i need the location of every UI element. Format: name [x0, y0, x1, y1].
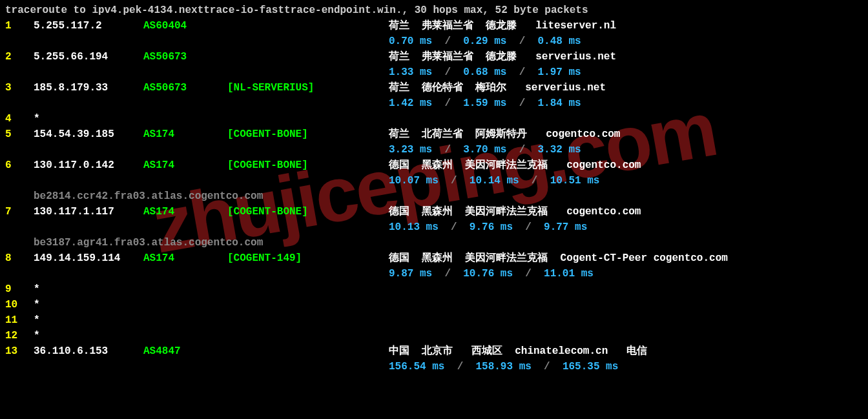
- hop-ip: 36.110.6.153: [34, 343, 143, 359]
- hop-row: 5154.54.39.185AS174[COGENT-BONE]荷兰 北荷兰省 …: [5, 127, 863, 142]
- hop-latency-row: 10.07 ms / 10.14 ms / 10.51 ms: [5, 173, 863, 189]
- hop-number: 5: [5, 127, 34, 142]
- hop-tag: [COGENT-BONE]: [227, 158, 389, 173]
- hop-asn: AS174: [143, 204, 227, 220]
- hop-rdns: be2814.ccr42.fra03.atlas.cogentco.com: [34, 189, 863, 204]
- hop-ip: *: [34, 111, 143, 127]
- hop-asn: AS174: [143, 250, 227, 266]
- hop-row: 10*: [5, 297, 863, 312]
- hop-latency-row: 1.42 ms / 1.59 ms / 1.84 ms: [5, 96, 863, 111]
- hop-location: 荷兰 弗莱福兰省 德龙滕 liteserver.nl: [389, 18, 863, 34]
- hop-latency: 3.23 ms / 3.70 ms / 3.32 ms: [389, 142, 581, 158]
- hop-location: 荷兰 德伦特省 梅珀尔 serverius.net: [389, 80, 863, 96]
- hop-latency-row: 1.33 ms / 0.68 ms / 1.97 ms: [5, 65, 863, 80]
- hop-row: 9*: [5, 281, 863, 297]
- hop-latency-row: 156.54 ms / 158.93 ms / 165.35 ms: [5, 359, 863, 374]
- hop-row: 1336.110.6.153AS4847中国 北京市 西城区 chinatele…: [5, 343, 863, 359]
- hop-location: 德国 黑森州 美因河畔法兰克福 Cogent-CT-Peer cogentco.…: [389, 250, 863, 266]
- terminal-output: traceroute to ipv4.pek-4134.nexttrace-io…: [5, 3, 863, 374]
- hop-asn: AS50673: [143, 80, 227, 96]
- hop-number: 8: [5, 250, 34, 266]
- hop-ip: 154.54.39.185: [34, 127, 143, 142]
- hop-tag: [COGENT-149]: [227, 250, 389, 266]
- hop-number: 13: [5, 343, 34, 359]
- hop-latency-row: 3.23 ms / 3.70 ms / 3.32 ms: [5, 142, 863, 158]
- hop-latency: 156.54 ms / 158.93 ms / 165.35 ms: [389, 359, 618, 374]
- hop-latency-row: 9.87 ms / 10.76 ms / 11.01 ms: [5, 266, 863, 281]
- hop-asn: AS174: [143, 127, 227, 142]
- hop-latency: 1.33 ms / 0.68 ms / 1.97 ms: [389, 65, 581, 80]
- hop-asn: AS50673: [143, 49, 227, 65]
- hop-latency: 1.42 ms / 1.59 ms / 1.84 ms: [389, 96, 581, 111]
- hop-asn: AS174: [143, 158, 227, 173]
- hop-ip: 185.8.179.33: [34, 80, 143, 96]
- hop-ip: *: [34, 297, 143, 312]
- hop-location: 荷兰 北荷兰省 阿姆斯特丹 cogentco.com: [389, 127, 863, 142]
- hop-row: 12*: [5, 328, 863, 343]
- hop-ip: *: [34, 281, 143, 297]
- hop-tag: [NL-SERVERIUS]: [227, 80, 389, 96]
- hop-number: 7: [5, 204, 34, 220]
- hop-tag: [COGENT-BONE]: [227, 127, 389, 142]
- hop-latency: 0.70 ms / 0.29 ms / 0.48 ms: [389, 34, 581, 49]
- hop-row: 11*: [5, 312, 863, 328]
- hop-latency-row: 0.70 ms / 0.29 ms / 0.48 ms: [5, 34, 863, 49]
- hop-row: 15.255.117.2AS60404荷兰 弗莱福兰省 德龙滕 liteserv…: [5, 18, 863, 34]
- hop-number: 11: [5, 312, 34, 328]
- hop-location: 中国 北京市 西城区 chinatelecom.cn 电信: [389, 343, 863, 359]
- hop-ip: 149.14.159.114: [34, 250, 143, 266]
- hop-number: 2: [5, 49, 34, 65]
- hop-location: 德国 黑森州 美因河畔法兰克福 cogentco.com: [389, 204, 863, 220]
- hop-number: 9: [5, 281, 34, 297]
- hop-asn: AS60404: [143, 18, 227, 34]
- hop-location: 荷兰 弗莱福兰省 德龙滕 serverius.net: [389, 49, 863, 65]
- hop-row: 8149.14.159.114AS174[COGENT-149]德国 黑森州 美…: [5, 250, 863, 266]
- hop-number: 1: [5, 18, 34, 34]
- hop-row: 6130.117.0.142AS174[COGENT-BONE]德国 黑森州 美…: [5, 158, 863, 173]
- hop-latency: 10.13 ms / 9.76 ms / 9.77 ms: [389, 220, 587, 235]
- hop-ip: 5.255.117.2: [34, 18, 143, 34]
- hop-row: 4*: [5, 111, 863, 127]
- hop-tag: [COGENT-BONE]: [227, 204, 389, 220]
- hop-row: 3185.8.179.33AS50673[NL-SERVERIUS]荷兰 德伦特…: [5, 80, 863, 96]
- hop-number: 10: [5, 297, 34, 312]
- hop-ip: *: [34, 312, 143, 328]
- hop-asn: AS4847: [143, 343, 227, 359]
- hop-ip: 130.117.1.117: [34, 204, 143, 220]
- hop-row: 25.255.66.194AS50673荷兰 弗莱福兰省 德龙滕 serveri…: [5, 49, 863, 65]
- hop-latency-row: 10.13 ms / 9.76 ms / 9.77 ms: [5, 220, 863, 235]
- hop-number: 3: [5, 80, 34, 96]
- hop-latency: 10.07 ms / 10.14 ms / 10.51 ms: [389, 173, 599, 189]
- hop-number: 6: [5, 158, 34, 173]
- hop-ip: *: [34, 328, 143, 343]
- hop-number: 4: [5, 111, 34, 127]
- hop-location: 德国 黑森州 美因河畔法兰克福 cogentco.com: [389, 158, 863, 173]
- hop-latency: 9.87 ms / 10.76 ms / 11.01 ms: [389, 266, 594, 281]
- hop-ip: 5.255.66.194: [34, 49, 143, 65]
- traceroute-header: traceroute to ipv4.pek-4134.nexttrace-io…: [5, 3, 863, 18]
- hop-ip: 130.117.0.142: [34, 158, 143, 173]
- hop-rdns: be3187.agr41.fra03.atlas.cogentco.com: [34, 235, 863, 250]
- hop-row: 7130.117.1.117AS174[COGENT-BONE]德国 黑森州 美…: [5, 204, 863, 220]
- hop-number: 12: [5, 328, 34, 343]
